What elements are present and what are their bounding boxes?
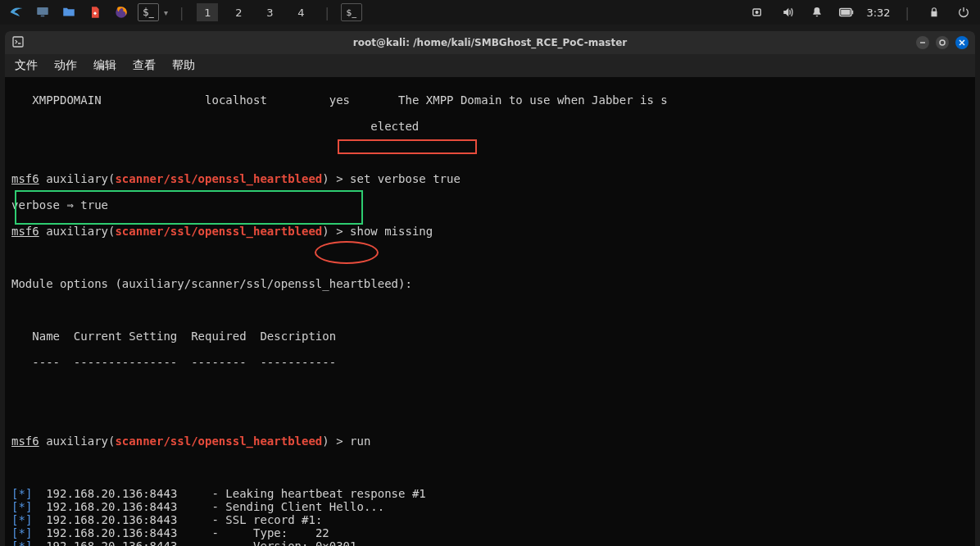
svg-point-10 [940, 40, 945, 45]
workspace-4[interactable]: 4 [290, 3, 311, 21]
battery-icon[interactable] [837, 2, 856, 22]
line-blank1 [11, 146, 969, 159]
svg-rect-1 [41, 16, 45, 17]
clock[interactable]: 3:32 [866, 7, 890, 19]
svg-point-4 [755, 11, 759, 14]
line-blank6 [11, 461, 969, 474]
workspace-3[interactable]: 3 [259, 3, 280, 21]
line-xmpp2: elected [11, 120, 969, 133]
panel-right: 3:32 | [748, 2, 973, 22]
svg-rect-8 [13, 37, 23, 47]
lock-icon[interactable] [924, 2, 944, 22]
workspace-2[interactable]: 2 [228, 3, 249, 21]
panel-separator-2: | [320, 5, 333, 20]
menu-view[interactable]: 查看 [133, 58, 156, 73]
window-titlebar[interactable]: root@kali: /home/kali/SMBGhost_RCE_PoC-m… [5, 31, 975, 54]
window-buttons [916, 36, 969, 49]
line-blank3 [11, 303, 969, 316]
editor-icon[interactable] [85, 2, 105, 22]
line-modopts: Module options (auxiliary/scanner/ssl/op… [11, 277, 969, 290]
taskbar-terminal-icon[interactable]: $_ [341, 3, 362, 21]
power-icon[interactable] [954, 2, 973, 22]
window-title: root@kali: /home/kali/SMBGhost_RCE_PoC-m… [353, 37, 627, 48]
panel-separator-3: | [901, 5, 914, 20]
line-prompt-run: msf6 auxiliary(scanner/ssl/openssl_heart… [11, 435, 969, 448]
line-xmpp1: XMPPDOMAIN localhost yes The XMPP Domain… [11, 93, 969, 107]
line-blank4 [11, 382, 969, 395]
line-headers: Name Current Setting Required Descriptio… [11, 330, 969, 343]
close-button[interactable] [955, 36, 969, 49]
menu-action[interactable]: 动作 [54, 58, 77, 73]
line-blank2 [11, 251, 969, 264]
line-blank5 [11, 408, 969, 421]
output-line: [*] 192.168.20.136:8443 - Type: 22 [11, 526, 969, 539]
notifications-icon[interactable] [807, 2, 827, 22]
kali-menu-icon[interactable] [7, 2, 26, 22]
output-line: [*] 192.168.20.136:8443 - Leaking heartb… [11, 487, 969, 500]
firefox-icon[interactable] [111, 2, 131, 22]
volume-icon[interactable] [778, 2, 797, 22]
window-menu-icon[interactable] [11, 35, 25, 51]
output-line: [*] 192.168.20.136:8443 - SSL record #1: [11, 513, 969, 526]
output-line: [*] 192.168.20.136:8443 - Sending Client… [11, 500, 969, 513]
svg-rect-0 [37, 7, 48, 15]
line-prompt-showmissing: msf6 auxiliary(scanner/ssl/openssl_heart… [11, 225, 969, 238]
terminal-launcher-icon[interactable]: $_ [138, 3, 159, 21]
output-line: [*] 192.168.20.136:8443 - Version: 0×030… [11, 539, 969, 546]
terminal-dropdown-icon[interactable]: ▾ [164, 8, 168, 17]
menu-file[interactable]: 文件 [15, 58, 38, 73]
menu-bar: 文件 动作 编辑 查看 帮助 [5, 54, 975, 77]
minimize-button[interactable] [916, 36, 929, 49]
workspace-1[interactable]: 1 [197, 3, 218, 21]
line-prompt-setverbose: msf6 auxiliary(scanner/ssl/openssl_heart… [11, 172, 969, 185]
record-icon[interactable] [748, 2, 768, 22]
menu-help[interactable]: 帮助 [172, 58, 195, 73]
terminal-output[interactable]: XMPPDOMAIN localhost yes The XMPP Domain… [5, 77, 975, 546]
desktop-icon[interactable] [33, 2, 52, 22]
line-verbose-out: verbose ⇒ true [11, 198, 969, 212]
maximize-button[interactable] [936, 36, 949, 49]
top-panel: $_ ▾ | 1 2 3 4 | $_ 3:32 | [0, 0, 980, 25]
panel-left: $_ ▾ | 1 2 3 4 | $_ [7, 2, 362, 22]
svg-rect-7 [842, 10, 851, 15]
panel-separator: | [175, 5, 188, 20]
svg-rect-6 [852, 11, 854, 15]
line-headers-u: ---- --------------- -------- ----------… [11, 356, 969, 369]
terminal-window: root@kali: /home/kali/SMBGhost_RCE_PoC-m… [5, 31, 975, 546]
menu-edit[interactable]: 编辑 [93, 58, 116, 73]
files-icon[interactable] [59, 2, 79, 22]
